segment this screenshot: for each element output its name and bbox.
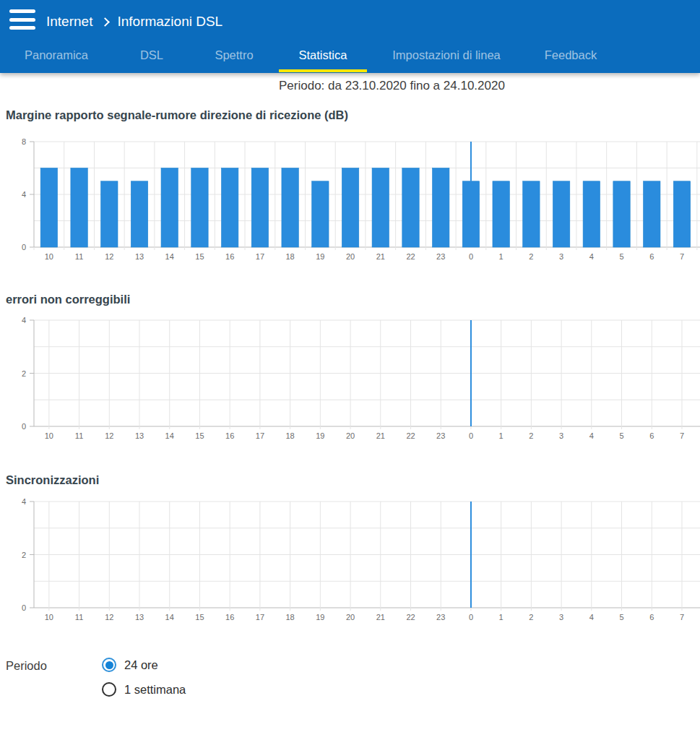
radio-selected-icon[interactable] [102,658,116,672]
x-tick-label: 18 [285,431,294,440]
x-tick-label: 5 [619,613,623,621]
x-tick-label: 17 [256,431,264,440]
x-tick-label: 18 [285,613,294,621]
bar-21 [372,168,389,248]
y-tick-label: 2 [22,369,26,378]
x-tick-label: 12 [105,613,113,621]
x-tick-label: 16 [225,252,234,261]
header-bar: Internet Informazioni DSL Panoramica DSL… [0,0,700,73]
x-tick-label: 20 [346,252,355,261]
bar-5 [613,181,630,247]
y-tick-label: 4 [22,190,26,199]
tab-statistica[interactable]: Statistica [279,46,367,73]
chart-snr-downstream: 048101112131415161718192021222301234567 [0,134,700,268]
tab-dsl[interactable]: DSL [108,46,195,73]
x-tick-label: 15 [195,252,204,261]
x-tick-label: 17 [256,613,264,621]
x-tick-label: 2 [529,431,533,440]
radio-option-24h-label: 24 ore [124,658,158,672]
x-tick-label: 20 [346,431,355,440]
x-tick-label: 18 [285,252,294,261]
x-tick-label: 21 [376,431,385,440]
bar-4 [583,181,600,247]
x-tick-label: 22 [406,431,415,440]
x-tick-label: 7 [680,431,684,440]
radio-option-1week[interactable]: 1 settimana [102,682,186,697]
bar-17 [251,168,268,248]
x-tick-label: 22 [406,613,415,621]
x-tick-label: 16 [225,613,234,621]
bar-18 [282,168,298,248]
x-tick-label: 4 [589,613,594,621]
x-tick-label: 23 [436,613,445,621]
bar-12 [101,181,118,247]
tab-panoramica[interactable]: Panoramica [13,46,100,73]
x-tick-label: 22 [406,252,415,261]
chart-canvas: 024101112131415161718192021222301234567 [0,494,700,628]
y-tick-label: 0 [22,603,26,612]
tab-feedback[interactable]: Feedback [527,46,614,73]
x-tick-label: 15 [195,431,204,440]
bar-22 [402,168,419,248]
x-tick-label: 15 [195,613,204,621]
x-tick-label: 2 [529,613,533,621]
x-tick-label: 4 [589,431,594,440]
bar-13 [131,181,147,247]
x-tick-label: 4 [589,252,594,261]
y-tick-label: 4 [22,497,26,506]
tab-spettro[interactable]: Spettro [191,46,277,73]
chart-title-snr: Margine rapporto segnale-rumore direzion… [6,108,348,122]
bar-2 [523,181,540,247]
x-tick-label: 14 [165,613,174,621]
x-tick-label: 13 [135,431,144,440]
bar-3 [553,181,569,247]
period-selector-label: Periodo [6,659,47,673]
radio-unselected-icon[interactable] [102,682,116,697]
x-tick-label: 1 [499,431,504,440]
x-tick-label: 16 [225,431,234,440]
x-tick-label: 5 [619,252,623,261]
bar-20 [342,168,358,248]
hamburger-menu-icon[interactable] [9,9,35,30]
chart-canvas: 024101112131415161718192021222301234567 [0,313,700,447]
x-tick-label: 23 [436,431,445,440]
x-tick-label: 0 [469,431,473,440]
chart-title-synchronizations: Sincronizzazioni [6,473,99,487]
chart-title-uncorrectable-errors: errori non correggibili [6,293,130,306]
chart-synchronizations: 024101112131415161718192021222301234567 [0,494,700,628]
x-tick-label: 14 [165,252,174,261]
bar-11 [71,168,87,248]
x-tick-label: 0 [469,252,473,261]
y-tick-label: 4 [22,316,26,324]
x-tick-label: 2 [529,252,533,261]
x-tick-label: 0 [469,613,473,621]
breadcrumb-section[interactable]: Internet [46,14,92,30]
chart-canvas: 048101112131415161718192021222301234567 [0,134,700,268]
x-tick-label: 19 [316,431,324,440]
tab-impostazioni-di-linea[interactable]: Impostazioni di linea [374,46,519,73]
y-tick-label: 0 [22,422,26,431]
bar-16 [221,168,238,248]
x-tick-label: 19 [316,252,324,261]
breadcrumb-page: Informazioni DSL [117,14,222,30]
x-tick-label: 5 [619,431,623,440]
x-tick-label: 3 [559,431,563,440]
x-tick-label: 12 [105,252,113,261]
y-tick-label: 8 [22,137,26,146]
x-tick-label: 14 [165,431,174,440]
chart-uncorrectable-errors: 024101112131415161718192021222301234567 [0,313,700,447]
x-tick-label: 19 [316,613,324,621]
bar-0 [462,181,479,247]
x-tick-label: 20 [346,613,355,621]
x-tick-label: 10 [45,431,53,440]
radio-option-24h[interactable]: 24 ore [102,658,158,672]
x-tick-label: 7 [680,613,684,621]
x-tick-label: 23 [436,252,445,261]
x-tick-label: 11 [75,252,83,261]
x-tick-label: 7 [680,252,684,261]
x-tick-label: 12 [105,431,113,440]
x-tick-label: 3 [559,613,563,621]
bar-19 [312,181,329,247]
x-tick-label: 1 [499,252,504,261]
radio-option-1week-label: 1 settimana [124,683,186,697]
